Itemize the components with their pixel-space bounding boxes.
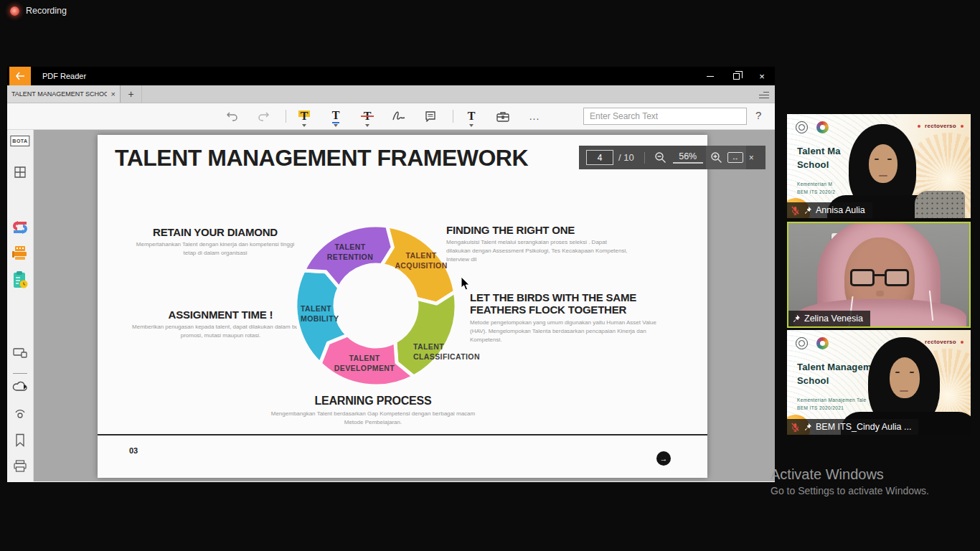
tab-close-icon[interactable]: × bbox=[111, 90, 116, 98]
cloud-download-icon[interactable] bbox=[12, 381, 28, 395]
pen-icon bbox=[392, 110, 406, 122]
footer-rule bbox=[98, 434, 707, 435]
section-heading: FINDING THE RIGHT ONE bbox=[446, 224, 629, 236]
bota-stamp-icon[interactable]: BOTA bbox=[10, 136, 29, 146]
toolbox-button[interactable] bbox=[494, 107, 512, 126]
recording-icon bbox=[10, 6, 19, 16]
section-birds-flock-together: LET THE BIRDS WITH THE SAME FEATHERS FLO… bbox=[470, 291, 658, 344]
bookmark-icon[interactable] bbox=[15, 433, 26, 450]
participant-name: BEM ITS_Cindy Aulia ... bbox=[816, 422, 911, 432]
glasses bbox=[850, 269, 909, 288]
undo-button[interactable] bbox=[222, 107, 241, 126]
participant-tile-annisa[interactable]: rectoverso Talent Ma School Kementerian … bbox=[787, 114, 971, 218]
highlight-text-button[interactable]: T bbox=[295, 107, 314, 126]
restore-button[interactable] bbox=[723, 67, 749, 85]
zoom-out-button[interactable] bbox=[651, 149, 670, 167]
note-comment-button[interactable] bbox=[421, 107, 440, 126]
document-tab[interactable]: TALENT MANAGEMENT SCHOO... × bbox=[7, 85, 121, 103]
pin-icon bbox=[804, 206, 812, 215]
thumbnail-grid-icon[interactable] bbox=[14, 166, 27, 182]
back-button[interactable] bbox=[9, 67, 31, 85]
section-heading: LEARNING PROCESS bbox=[265, 395, 481, 408]
section-body: Metode pengelompokan yang umum digunakan… bbox=[470, 319, 658, 344]
mouse-cursor bbox=[461, 277, 471, 291]
fax-print-orange-icon[interactable] bbox=[11, 245, 29, 265]
bg-subtitle2: BEM ITS 2020/2 bbox=[797, 189, 835, 194]
toolbar-separator bbox=[286, 110, 286, 123]
signature-pen-button[interactable] bbox=[390, 107, 408, 126]
highlight-icon: T bbox=[301, 110, 308, 122]
minimize-button[interactable] bbox=[697, 67, 723, 85]
restore-icon bbox=[733, 73, 740, 80]
section-heading: LET THE BIRDS WITH THE SAME FEATHERS FLO… bbox=[470, 291, 658, 316]
activate-windows-hint: Go to Settings to activate Windows. bbox=[771, 485, 929, 496]
print-icon[interactable] bbox=[14, 460, 27, 476]
recording-indicator: Recording bbox=[10, 6, 67, 16]
zoom-in-button[interactable] bbox=[707, 149, 726, 167]
meeting-screen: Recording PDF Reader × TALENT MANAGEMENT… bbox=[0, 0, 980, 551]
back-arrow-icon bbox=[15, 72, 25, 80]
convert-swap-icon[interactable] bbox=[11, 219, 29, 240]
lens-record-icon[interactable] bbox=[14, 408, 27, 423]
name-tag: Zelina Venesia bbox=[788, 311, 870, 326]
more-tools-button[interactable]: ... bbox=[525, 107, 544, 126]
section-body: Mengakuisisi Talent melalui serangkaian … bbox=[446, 238, 629, 264]
participant-tile-zelina[interactable]: Zelina Venesia bbox=[787, 222, 971, 328]
tab-list-icon[interactable] bbox=[759, 90, 769, 98]
participant-tile-cindy[interactable]: rectoverso Talent Managemen School Kemen… bbox=[787, 330, 971, 435]
pin-icon bbox=[804, 423, 812, 431]
zoom-level[interactable]: 56% bbox=[673, 151, 703, 164]
text-tool-icon: T bbox=[468, 110, 476, 122]
rail-divider bbox=[13, 373, 27, 374]
starburst-logo bbox=[816, 337, 829, 349]
participant-name: Annisa Aulia bbox=[816, 205, 865, 215]
clipboard-task-icon[interactable] bbox=[11, 270, 29, 292]
underline-icon: T bbox=[332, 110, 340, 123]
search-input[interactable] bbox=[583, 108, 747, 125]
document-area: TALENT MANAGEMENT FRAMEWORK RETAIN YOUR … bbox=[34, 130, 775, 481]
tab-title: TALENT MANAGEMENT SCHOO... bbox=[11, 90, 107, 98]
toolbar: T T T T bbox=[7, 103, 775, 130]
close-button[interactable]: × bbox=[749, 67, 775, 85]
underline-text-button[interactable]: T bbox=[326, 107, 345, 126]
window-body: BOTA bbox=[7, 130, 775, 481]
slide-page-number: 03 bbox=[129, 446, 138, 455]
page-count: / 10 bbox=[618, 152, 634, 163]
help-button[interactable]: ? bbox=[755, 109, 761, 121]
nav-separator bbox=[644, 152, 645, 164]
section-body: Mempertahankan Talent dengan kinerja dan… bbox=[133, 240, 298, 258]
devices-icon[interactable] bbox=[13, 347, 27, 362]
fit-width-icon: ↔ bbox=[727, 152, 743, 163]
cycle-label-acquisition: TALENT ACQUISITION bbox=[393, 251, 449, 270]
pdf-reader-window: PDF Reader × TALENT MANAGEMENT SCHOO... … bbox=[7, 67, 775, 482]
activate-windows-watermark: Activate Windows bbox=[771, 466, 884, 483]
name-tag: Annisa Aulia bbox=[787, 202, 872, 218]
note-icon bbox=[424, 110, 437, 122]
section-retain-your-diamond: RETAIN YOUR DIAMOND Mempertahankan Talen… bbox=[133, 226, 298, 258]
bg-subtitle1: Kementerian M bbox=[797, 182, 832, 187]
bg-subtitle2: BEM ITS 2020/2021 bbox=[797, 405, 844, 410]
nav-zoom-section: ↔ bbox=[706, 146, 746, 169]
slide-next-button[interactable]: → bbox=[656, 451, 671, 466]
cycle-label-development: TALENT DEVELOPMENT bbox=[331, 354, 398, 373]
section-body: Mengembangkan Talent berdasarkan Gap Kom… bbox=[265, 410, 481, 427]
strikethrough-text-button[interactable]: T bbox=[358, 107, 377, 126]
fit-width-button[interactable]: ↔ bbox=[726, 149, 745, 167]
new-tab-button[interactable]: + bbox=[121, 85, 142, 103]
bg-title: Talent Ma School bbox=[797, 145, 841, 172]
strikethrough-icon: T bbox=[364, 110, 372, 122]
section-heading: RETAIN YOUR DIAMOND bbox=[133, 226, 298, 238]
its-logo bbox=[796, 121, 808, 133]
its-logo bbox=[796, 337, 808, 349]
slide-title: TALENT MANAGEMENT FRAMEWORK bbox=[115, 145, 528, 171]
mic-muted-icon bbox=[791, 206, 800, 215]
nav-close-button[interactable]: × bbox=[749, 153, 754, 163]
rectoverso-brand: rectoverso bbox=[918, 123, 963, 129]
pin-icon bbox=[792, 314, 801, 323]
pdf-page[interactable]: TALENT MANAGEMENT FRAMEWORK RETAIN YOUR … bbox=[98, 135, 707, 478]
page-number-input[interactable] bbox=[586, 150, 613, 165]
window-titlebar: PDF Reader × bbox=[7, 67, 775, 85]
starburst-logo bbox=[816, 121, 829, 133]
add-text-button[interactable]: T bbox=[462, 107, 481, 126]
redo-button[interactable] bbox=[254, 107, 273, 126]
